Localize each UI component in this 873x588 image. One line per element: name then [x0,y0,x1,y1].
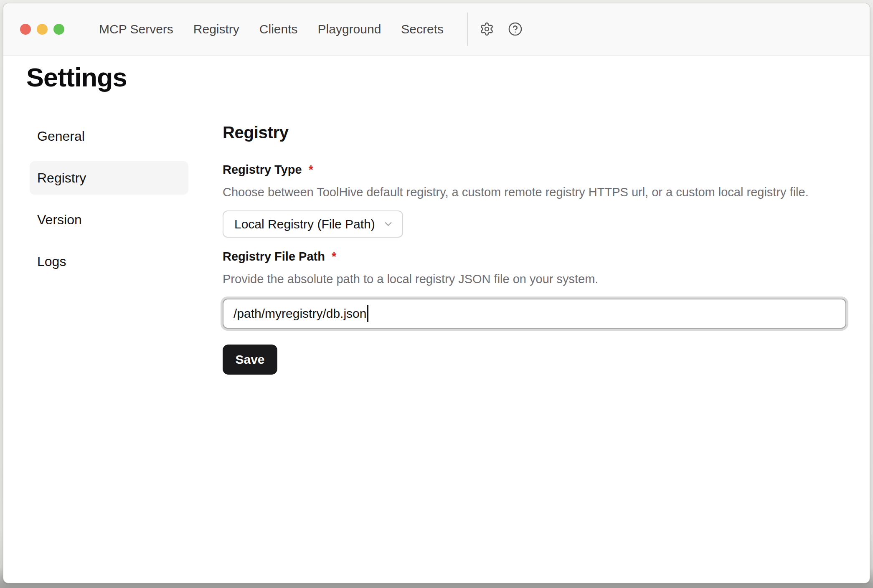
registry-file-path-label: Registry File Path [223,248,325,265]
registry-file-path-description: Provide the absolute path to a local reg… [223,271,846,287]
minimize-window-button[interactable] [37,24,48,35]
nav-item-playground[interactable]: Playground [318,22,381,37]
registry-file-path-value: /path/myregistry/db.json [233,307,366,321]
sidebar-item-registry[interactable]: Registry [30,161,188,195]
app-window: MCP Servers Registry Clients Playground … [3,3,870,583]
nav-item-clients[interactable]: Clients [259,22,298,37]
required-asterisk: * [332,248,336,265]
panel-heading: Registry [223,122,846,142]
sidebar-item-general[interactable]: General [30,119,188,153]
main-nav: MCP Servers Registry Clients Playground … [99,22,444,37]
zoom-window-button[interactable] [53,24,64,35]
save-button[interactable]: Save [223,345,277,375]
header-divider [467,13,468,46]
registry-type-description: Choose between ToolHive default registry… [223,184,846,200]
page-title: Settings [26,62,127,94]
gear-icon [480,22,494,36]
nav-item-secrets[interactable]: Secrets [401,22,444,37]
settings-sidebar: General Registry Version Logs [30,119,188,278]
help-circle-icon [508,22,523,36]
settings-panel: Registry Registry Type * Choose between … [223,122,846,375]
nav-item-registry[interactable]: Registry [193,22,239,37]
chevron-down-icon [376,218,394,230]
settings-gear-button[interactable] [479,21,495,37]
registry-file-path-input[interactable]: /path/myregistry/db.json [223,299,846,329]
help-button[interactable] [507,21,523,37]
required-asterisk: * [309,161,313,178]
registry-type-label-row: Registry Type * [223,161,846,178]
registry-file-path-label-row: Registry File Path * [223,248,846,265]
text-caret [367,305,368,322]
sidebar-item-logs[interactable]: Logs [30,245,188,278]
registry-type-label: Registry Type [223,161,302,178]
nav-item-mcp-servers[interactable]: MCP Servers [99,22,173,37]
window-controls [20,24,64,35]
close-window-button[interactable] [20,24,31,35]
registry-type-select[interactable]: Local Registry (File Path) [223,210,403,238]
sidebar-item-version[interactable]: Version [30,203,188,236]
titlebar: MCP Servers Registry Clients Playground … [3,3,870,56]
registry-type-selected-value: Local Registry (File Path) [234,217,375,231]
